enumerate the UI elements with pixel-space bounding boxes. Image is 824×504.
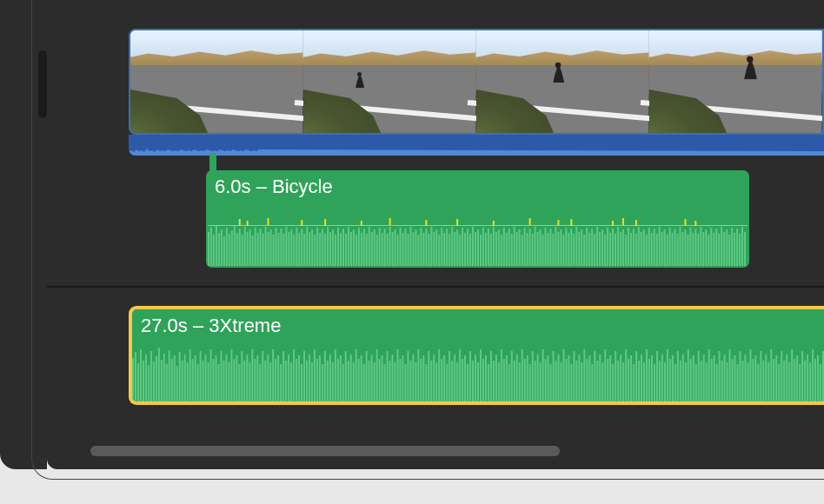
video-clip[interactable]: [129, 29, 824, 135]
audio-clip-label: 27.0s – 3Xtreme: [141, 315, 281, 337]
svg-rect-325: [389, 361, 391, 401]
svg-rect-180: [674, 229, 676, 266]
svg-rect-306: [340, 355, 342, 401]
svg-rect-348: [449, 351, 450, 401]
svg-rect-254: [205, 355, 207, 401]
svg-rect-490: [817, 355, 819, 401]
svg-rect-381: [535, 361, 536, 401]
svg-rect-446: [703, 355, 705, 401]
svg-rect-76: [405, 229, 407, 266]
svg-rect-418: [630, 355, 632, 401]
svg-rect-24: [270, 229, 272, 266]
audio-clip-3xtreme[interactable]: 27.0s – 3Xtreme: [129, 306, 824, 405]
svg-rect-51: [340, 233, 342, 266]
svg-rect-304: [335, 349, 336, 401]
svg-rect-182: [680, 227, 681, 266]
svg-rect-141: [573, 234, 575, 266]
svg-rect-166: [638, 227, 640, 266]
audio-clip-label: 6.0s – Bicycle: [215, 176, 333, 198]
svg-rect-54: [348, 227, 349, 266]
svg-rect-283: [280, 364, 282, 401]
svg-rect-216: [456, 219, 458, 226]
svg-rect-127: [537, 232, 539, 266]
svg-rect-22: [265, 227, 267, 266]
svg-rect-403: [591, 364, 593, 401]
svg-rect-311: [353, 362, 355, 401]
svg-rect-366: [495, 355, 497, 401]
svg-rect-378: [527, 355, 528, 401]
svg-rect-299: [322, 364, 323, 401]
svg-rect-226: [132, 358, 134, 401]
svg-rect-324: [387, 351, 389, 401]
svg-rect-152: [601, 229, 603, 266]
svg-rect-164: [633, 229, 635, 266]
svg-rect-428: [656, 351, 658, 401]
svg-rect-165: [635, 234, 637, 266]
svg-rect-230: [143, 361, 144, 401]
svg-rect-88: [435, 229, 437, 266]
svg-rect-358: [475, 355, 476, 401]
svg-rect-68: [384, 229, 386, 266]
svg-rect-489: [814, 359, 816, 401]
svg-rect-198: [721, 227, 722, 266]
svg-rect-330: [402, 355, 403, 401]
svg-rect-4: [218, 233, 220, 266]
svg-rect-61: [366, 234, 368, 266]
svg-rect-48: [332, 229, 334, 266]
horizontal-scrollbar[interactable]: [90, 445, 824, 457]
svg-rect-162: [628, 228, 629, 266]
svg-rect-104: [477, 229, 479, 266]
svg-rect-213: [361, 221, 362, 226]
svg-rect-172: [654, 229, 655, 266]
svg-rect-218: [529, 218, 531, 225]
svg-rect-158: [617, 227, 619, 266]
svg-rect-475: [778, 364, 780, 401]
svg-rect-155: [609, 233, 611, 266]
svg-rect-259: [218, 364, 220, 401]
scrollbar-thumb[interactable]: [90, 446, 560, 456]
svg-rect-133: [552, 234, 554, 266]
svg-rect-395: [570, 364, 572, 401]
svg-rect-308: [345, 351, 347, 401]
svg-rect-63: [371, 232, 373, 266]
svg-rect-480: [791, 349, 793, 401]
svg-rect-473: [773, 359, 774, 401]
svg-rect-454: [724, 355, 726, 401]
svg-rect-53: [345, 234, 347, 266]
svg-rect-205: [739, 234, 741, 266]
svg-rect-263: [228, 362, 229, 401]
svg-rect-394: [568, 355, 569, 401]
svg-rect-377: [524, 359, 526, 401]
svg-rect-267: [238, 364, 240, 401]
svg-rect-409: [607, 359, 608, 401]
svg-rect-462: [744, 355, 746, 401]
svg-rect-270: [246, 355, 248, 401]
video-thumbnail: [476, 30, 649, 133]
svg-rect-87: [433, 232, 435, 266]
svg-rect-242: [174, 355, 176, 401]
svg-rect-316: [366, 351, 368, 401]
svg-rect-5: [221, 229, 223, 266]
svg-rect-100: [467, 229, 468, 266]
svg-rect-184: [684, 229, 686, 266]
svg-rect-297: [316, 359, 318, 401]
svg-rect-388: [553, 351, 555, 401]
svg-rect-425: [648, 359, 650, 401]
svg-rect-276: [262, 351, 263, 401]
svg-rect-35: [298, 233, 300, 266]
svg-rect-264: [230, 349, 232, 401]
svg-rect-120: [519, 229, 521, 266]
svg-rect-401: [586, 359, 588, 401]
svg-rect-171: [651, 233, 653, 266]
svg-rect-206: [741, 227, 743, 266]
svg-rect-45: [324, 234, 326, 266]
video-audio-waveform[interactable]: [129, 135, 824, 156]
svg-rect-9: [231, 230, 233, 266]
svg-rect-26: [276, 228, 277, 266]
svg-rect-469: [762, 361, 764, 401]
svg-rect-294: [309, 355, 310, 401]
svg-rect-214: [389, 218, 391, 225]
audio-clip-bicycle[interactable]: 6.0s – Bicycle: [206, 170, 749, 268]
svg-rect-322: [382, 355, 383, 401]
svg-rect-71: [392, 232, 394, 266]
